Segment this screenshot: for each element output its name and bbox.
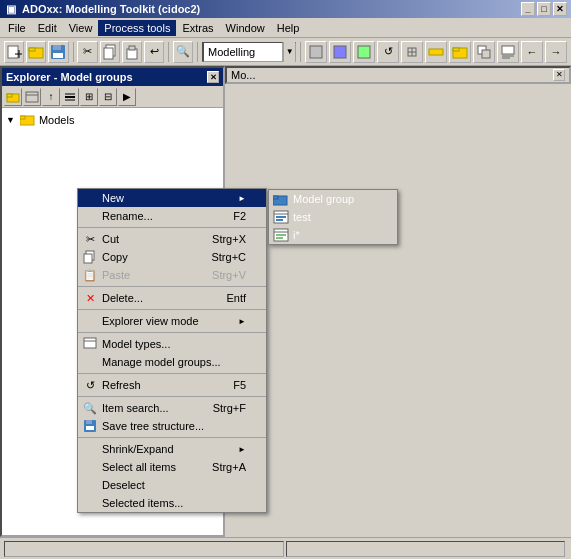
context-menu-cut[interactable]: ✂ Cut Strg+X [78,230,266,248]
menu-edit[interactable]: Edit [32,20,63,36]
submenu-model-group-label: Model group [293,193,354,205]
context-menu-delete-shortcut: Entf [226,292,246,304]
right-panel-title: Mo... [231,69,255,81]
menu-window[interactable]: Window [220,20,271,36]
exp-tb-2[interactable] [23,88,41,106]
explorer-title: Explorer - Model groups [6,71,133,83]
svg-rect-14 [358,46,370,58]
right-panel: Mo... ✕ [225,66,571,537]
toolbar-new-btn[interactable] [4,41,24,63]
toolbar-r3[interactable] [353,41,375,63]
context-menu-refresh[interactable]: ↺ Refresh F5 [78,376,266,394]
toolbar-r11[interactable]: → [545,41,567,63]
context-menu-shrink-expand-label: Shrink/Expand [102,443,174,455]
menu-help[interactable]: Help [271,20,306,36]
context-menu-paste[interactable]: 📋 Paste Strg+V [78,266,266,284]
context-menu-copy[interactable]: Copy Strg+C [78,248,266,266]
modelling-combo[interactable]: Modelling [203,42,283,62]
context-menu-selected-items-label: Selected items... [102,497,183,509]
context-menu-shrink-expand[interactable]: Shrink/Expand ► [78,440,266,458]
toolbar-open-btn[interactable] [26,41,46,63]
context-menu-explorer-view[interactable]: Explorer view mode ► [78,312,266,330]
svg-rect-39 [276,216,286,218]
context-menu-select-all-shortcut: Strg+A [212,461,246,473]
exp-tb-4[interactable] [61,88,79,106]
menu-bar: File Edit View Process tools Extras Wind… [0,18,571,38]
svg-rect-7 [53,53,63,58]
svg-rect-44 [276,237,283,239]
paste-icon: 📋 [82,267,98,283]
toolbar-r10[interactable]: ← [521,41,543,63]
exp-tb-5[interactable]: ⊞ [80,88,98,106]
title-bar: ▣ ADOxx: Modelling Toolkit (cidoc2) _ □ … [0,0,571,18]
svg-rect-47 [84,338,96,348]
submenu-istar[interactable]: i* [269,226,397,244]
combo-arrow[interactable]: ▼ [283,42,295,62]
toolbar-cut-btn[interactable]: ✂ [77,41,97,63]
model-group-icon [273,192,289,206]
explorer-close-btn[interactable]: ✕ [207,71,219,83]
context-menu-save-tree[interactable]: Save tree structure... [78,417,266,435]
toolbar-save-btn[interactable] [48,41,68,63]
toolbar-r6[interactable] [425,41,447,63]
svg-rect-11 [129,46,135,50]
context-menu-model-types-label: Model types... [102,338,170,350]
svg-rect-34 [20,116,25,119]
context-menu-model-types[interactable]: Model types... [78,335,266,353]
submenu: Model group test [268,189,398,245]
toolbar-undo-btn[interactable]: ↩ [144,41,164,63]
minimize-button[interactable]: _ [521,2,535,16]
svg-rect-18 [429,49,443,55]
context-menu-new[interactable]: New ► Model group [78,189,266,207]
toolbar-find-btn[interactable]: 🔍 [173,41,193,63]
menu-view[interactable]: View [63,20,99,36]
toolbar-sep-4 [300,42,301,62]
submenu-test[interactable]: test [269,208,397,226]
context-menu-explorer-view-label: Explorer view mode [102,315,199,327]
svg-rect-13 [334,46,346,58]
toolbar-r5[interactable] [401,41,423,63]
context-menu-item-search[interactable]: 🔍 Item search... Strg+F [78,399,266,417]
exp-tb-6[interactable]: ⊟ [99,88,117,106]
toolbar-r9[interactable] [497,41,519,63]
context-menu-copy-label: Copy [102,251,128,263]
toolbar-r7[interactable] [449,41,471,63]
svg-rect-23 [502,46,514,54]
istar-model-icon [273,228,289,242]
refresh-icon: ↺ [82,377,98,393]
svg-rect-20 [453,48,459,51]
status-section-2 [286,541,566,557]
context-menu-rename[interactable]: Rename... F2 [78,207,266,225]
search-icon: 🔍 [82,400,98,416]
toolbar-r1[interactable] [305,41,327,63]
submenu-model-group[interactable]: Model group [269,190,397,208]
main-toolbar: ✂ ↩ 🔍 Modelling ▼ ↺ [0,38,571,66]
context-menu-manage-groups[interactable]: Manage model groups... [78,353,266,371]
close-button[interactable]: ✕ [553,2,567,16]
toolbar-r8[interactable] [473,41,495,63]
context-menu-deselect[interactable]: Deselect [78,476,266,494]
menu-process-tools[interactable]: Process tools [98,20,176,36]
context-menu-shrink-expand-arrow: ► [238,445,246,454]
menu-extras[interactable]: Extras [176,20,219,36]
svg-rect-27 [7,94,12,97]
svg-rect-12 [310,46,322,58]
context-menu-sep-3 [78,309,266,310]
exp-tb-7[interactable]: ▶ [118,88,136,106]
context-menu-explorer-arrow: ► [238,317,246,326]
toolbar-paste-btn[interactable] [122,41,142,63]
context-menu-select-all[interactable]: Select all items Strg+A [78,458,266,476]
tree-root-item[interactable]: ▼ Models [6,112,219,127]
exp-tb-3[interactable]: ↑ [42,88,60,106]
toolbar-copy-btn[interactable] [100,41,120,63]
context-menu-selected-items[interactable]: Selected items... [78,494,266,512]
maximize-button[interactable]: □ [537,2,551,16]
context-menu-sep-5 [78,373,266,374]
right-panel-close-btn[interactable]: ✕ [553,69,565,81]
context-menu-delete[interactable]: ✕ Delete... Entf [78,289,266,307]
toolbar-r2[interactable] [329,41,351,63]
menu-file[interactable]: File [2,20,32,36]
explorer-toolbar: ↑ ⊞ ⊟ ▶ [2,86,223,108]
toolbar-r4[interactable]: ↺ [377,41,399,63]
exp-tb-1[interactable] [4,88,22,106]
